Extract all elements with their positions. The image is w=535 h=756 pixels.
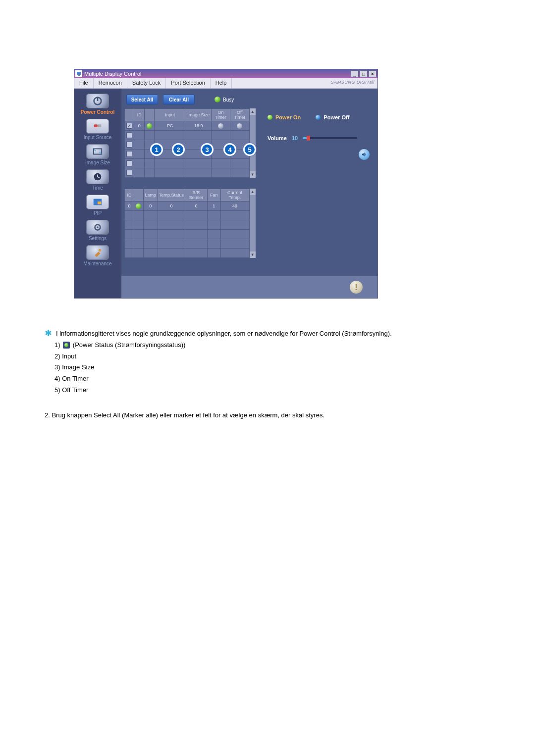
grid-header xyxy=(145,109,154,121)
scroll-down-icon[interactable]: ▼ xyxy=(250,252,256,258)
grid-header: ID xyxy=(134,109,145,121)
volume-control[interactable]: Volume 10 xyxy=(268,135,370,141)
grid-header: On Timer xyxy=(211,109,230,121)
scroll-up-icon[interactable]: ▲ xyxy=(250,108,256,115)
callout-3: 3 xyxy=(201,143,214,156)
grid-header: ID xyxy=(125,189,134,202)
timer-led-icon xyxy=(237,123,242,129)
window-title: Multiple Display Control xyxy=(84,71,142,77)
callout-2: 2 xyxy=(172,143,185,156)
star-icon: ✱ xyxy=(45,329,52,339)
power-off-button[interactable]: Power Off xyxy=(316,114,349,120)
busy-indicator: Busy xyxy=(214,97,234,102)
clear-all-button[interactable]: Clear All xyxy=(163,95,195,104)
app-window: Multiple Display Control _ □ × File Remo… xyxy=(74,69,377,298)
close-icon[interactable]: × xyxy=(369,70,376,77)
svg-point-11 xyxy=(97,226,99,228)
row-checkbox[interactable] xyxy=(126,142,132,148)
power-off-dot-icon xyxy=(316,115,321,120)
warning-icon: ! xyxy=(350,281,363,294)
power-status-led-icon xyxy=(63,342,70,349)
callout-5: 5 xyxy=(243,143,256,156)
row-checkbox[interactable] xyxy=(126,170,132,176)
volume-slider[interactable] xyxy=(303,137,357,139)
statusbar: ! xyxy=(121,276,377,298)
table-row[interactable]: 0000149 xyxy=(125,202,250,211)
svg-rect-1 xyxy=(78,75,80,76)
scroll-up-icon[interactable]: ▲ xyxy=(250,189,256,195)
menu-port-selection[interactable]: Port Selection xyxy=(166,78,210,88)
menu-remocon[interactable]: Remocon xyxy=(94,78,127,88)
scroll-down-icon[interactable]: ▼ xyxy=(250,171,256,178)
timer-led-icon xyxy=(218,123,223,129)
status-led-icon xyxy=(147,123,152,129)
volume-value: 10 xyxy=(292,135,298,141)
power-on-dot-icon xyxy=(268,115,272,120)
grid-header: Fan xyxy=(208,189,220,202)
svg-rect-5 xyxy=(98,124,101,127)
status-grid[interactable]: IDLampTemp.StatusB/R SenserFanCurrent Te… xyxy=(124,189,250,258)
table-row[interactable] xyxy=(125,131,250,140)
table-row[interactable]: 0PC16:9 xyxy=(125,121,250,131)
settings-icon xyxy=(86,220,109,235)
grid-header: B/R Senser xyxy=(185,189,208,202)
status-led-icon xyxy=(136,203,141,209)
app-icon xyxy=(75,70,82,77)
brand-label: SAMSUNG DIGITall xyxy=(331,78,377,88)
row-checkbox[interactable] xyxy=(126,151,132,157)
table-row[interactable] xyxy=(125,220,250,230)
power-on-button[interactable]: Power On xyxy=(268,114,301,120)
time-icon xyxy=(86,169,109,184)
menu-file[interactable]: File xyxy=(74,78,94,88)
sidebar-item-maintenance[interactable]: Maintenance xyxy=(74,245,121,266)
menu-help[interactable]: Help xyxy=(211,78,232,88)
right-control-panel: Power On Power Off Volume 10 xyxy=(261,108,374,258)
grid-header xyxy=(125,109,134,121)
select-all-button[interactable]: Select All xyxy=(126,95,158,104)
sidebar: Power Control Input Source Image Size xyxy=(74,89,121,298)
maintenance-icon xyxy=(86,245,109,260)
table-row[interactable] xyxy=(125,211,250,220)
callout-4: 4 xyxy=(223,143,236,156)
sidebar-item-pip[interactable]: PIP xyxy=(74,195,121,216)
row-checkbox[interactable] xyxy=(126,132,132,138)
minimize-icon[interactable]: _ xyxy=(351,70,359,77)
grid-header xyxy=(134,189,143,202)
scrollbar[interactable]: ▲ ▼ xyxy=(250,189,256,258)
sidebar-item-time[interactable]: Time xyxy=(74,169,121,191)
maximize-icon[interactable]: □ xyxy=(360,70,368,77)
grid-header: Off Timer xyxy=(230,109,249,121)
sidebar-item-power-control[interactable]: Power Control xyxy=(74,94,121,115)
svg-rect-0 xyxy=(77,72,81,75)
input-source-icon xyxy=(86,119,109,134)
main-panel: Select All Clear All Busy xyxy=(121,89,377,298)
pip-icon xyxy=(86,195,109,209)
svg-rect-4 xyxy=(94,124,98,127)
sidebar-item-image-size[interactable]: Image Size xyxy=(74,144,121,165)
sidebar-item-settings[interactable]: Settings xyxy=(74,220,121,241)
busy-dot-icon xyxy=(214,97,220,102)
table-row[interactable] xyxy=(125,239,250,249)
titlebar: Multiple Display Control _ □ × xyxy=(74,69,377,78)
menu-safety-lock[interactable]: Safety Lock xyxy=(127,78,166,88)
grid-header: Input xyxy=(154,109,186,121)
row-checkbox[interactable] xyxy=(126,123,132,129)
callout-1: 1 xyxy=(150,143,163,156)
table-row[interactable] xyxy=(125,249,250,258)
grid-header: Image Size xyxy=(186,109,211,121)
image-size-icon xyxy=(86,144,109,159)
svg-point-12 xyxy=(99,249,102,252)
row-checkbox[interactable] xyxy=(126,160,132,166)
grid-header: Temp.Status xyxy=(158,189,185,202)
table-row[interactable] xyxy=(125,168,250,178)
table-row[interactable] xyxy=(125,159,250,168)
grid-header: Lamp xyxy=(143,189,158,202)
doc-para-2: 2. Brug knappen Select All (Marker alle)… xyxy=(45,410,495,421)
svg-rect-9 xyxy=(98,202,101,204)
table-row[interactable] xyxy=(125,230,250,239)
speaker-icon[interactable] xyxy=(359,149,370,160)
grid-header: Current Temp. xyxy=(220,189,249,202)
power-icon xyxy=(86,94,109,108)
doc-intro: I informationsgitteret vises nogle grund… xyxy=(56,329,392,339)
sidebar-item-input-source[interactable]: Input Source xyxy=(74,119,121,140)
